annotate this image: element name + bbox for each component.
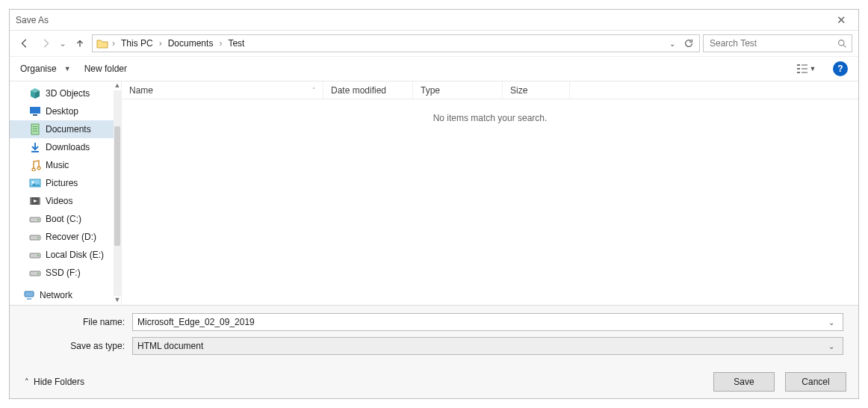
file-name-field[interactable]: Microsoft_Edge_02_09_2019 ⌄ xyxy=(132,313,843,331)
help-button[interactable]: ? xyxy=(833,61,848,76)
svg-rect-13 xyxy=(31,151,39,152)
drive-icon xyxy=(29,249,41,261)
chevron-down-icon: ▼ xyxy=(64,65,71,72)
search-input[interactable] xyxy=(708,37,833,49)
tree-item-label: Pictures xyxy=(46,178,78,188)
address-bar[interactable]: › This PC › Documents › Test ⌄ xyxy=(92,34,700,52)
scroll-down-icon[interactable]: ▼ xyxy=(114,296,121,305)
svg-point-24 xyxy=(37,255,39,256)
svg-rect-5 xyxy=(797,72,800,73)
new-folder-label: New folder xyxy=(84,64,127,74)
pictures-icon xyxy=(29,177,41,189)
breadcrumb-this-pc[interactable]: This PC xyxy=(118,37,156,50)
tree-item-label: Music xyxy=(46,160,69,170)
column-date[interactable]: Date modified xyxy=(323,81,413,99)
chevron-right-icon: › xyxy=(111,38,117,49)
forward-button[interactable] xyxy=(37,34,55,52)
tree-scrollbar[interactable]: ▲ ▼ xyxy=(114,81,121,305)
tree-item-label: Videos xyxy=(46,196,72,206)
save-as-dialog: Save As ✕ ⌄ › This PC › Documents › Test… xyxy=(9,9,859,399)
new-folder-button[interactable]: New folder xyxy=(84,64,127,74)
view-options-button[interactable]: ▼ xyxy=(793,61,819,77)
tree-item[interactable]: Boot (C:) xyxy=(10,210,121,228)
svg-rect-11 xyxy=(33,129,37,129)
up-button[interactable] xyxy=(71,34,89,52)
svg-point-22 xyxy=(37,237,39,238)
save-button[interactable]: Save xyxy=(713,372,775,392)
nav-tree: 3D ObjectsDesktopDocumentsDownloadsMusic… xyxy=(10,81,122,305)
save-type-value: HTML document xyxy=(137,341,825,351)
refresh-button[interactable] xyxy=(681,36,696,51)
tree-item-label: Network xyxy=(40,290,72,300)
download-icon xyxy=(29,141,41,153)
tree-item[interactable]: Recover (D:) xyxy=(10,228,121,246)
column-type[interactable]: Type xyxy=(413,81,503,99)
tree-item[interactable]: Local Disk (E:) xyxy=(10,246,121,264)
svg-rect-18 xyxy=(39,197,40,205)
scroll-thumb[interactable] xyxy=(114,126,120,246)
cube-icon xyxy=(29,87,41,99)
tree-item-label: Recover (D:) xyxy=(46,232,96,242)
drive-icon xyxy=(29,267,41,279)
tree-item[interactable]: Pictures xyxy=(10,174,121,192)
videos-icon xyxy=(29,195,41,207)
svg-rect-7 xyxy=(30,107,40,114)
search-icon[interactable] xyxy=(837,39,847,49)
column-size[interactable]: Size xyxy=(503,81,570,99)
chevron-down-icon[interactable]: ⌄ xyxy=(825,318,838,327)
file-name-value: Microsoft_Edge_02_09_2019 xyxy=(137,317,825,327)
tree-item[interactable]: SSD (F:) xyxy=(10,264,121,282)
tree-item-label: Local Disk (E:) xyxy=(46,250,104,260)
cancel-button[interactable]: Cancel xyxy=(785,372,846,392)
tree-item[interactable]: Documents xyxy=(10,120,121,138)
tree-item[interactable]: Music xyxy=(10,156,121,174)
tree-item[interactable]: Downloads xyxy=(10,138,121,156)
chevron-up-icon: ˄ xyxy=(25,377,29,387)
empty-message: No items match your search. xyxy=(122,99,858,305)
svg-rect-1 xyxy=(797,64,800,66)
svg-rect-2 xyxy=(802,64,807,66)
navbar: ⌄ › This PC › Documents › Test ⌄ xyxy=(10,31,858,56)
tree-item[interactable]: Videos xyxy=(10,192,121,210)
address-dropdown[interactable]: ⌄ xyxy=(665,36,680,51)
svg-rect-17 xyxy=(30,197,31,205)
tree-item-label: Boot (C:) xyxy=(46,214,81,224)
organise-label: Organise xyxy=(20,64,57,74)
chevron-right-icon: › xyxy=(158,38,164,49)
chevron-right-icon: › xyxy=(217,38,223,49)
file-list: Name ˄ Date modified Type Size No items … xyxy=(122,81,858,305)
hide-folders-label: Hide Folders xyxy=(34,377,84,387)
breadcrumb-documents[interactable]: Documents xyxy=(165,37,217,50)
back-button[interactable] xyxy=(16,34,34,52)
tree-item-label: SSD (F:) xyxy=(46,268,81,278)
window-title: Save As xyxy=(16,15,830,25)
column-name[interactable]: Name ˄ xyxy=(122,81,323,99)
hide-folders-button[interactable]: ˄ Hide Folders xyxy=(25,377,84,387)
file-name-label: File name: xyxy=(55,317,125,327)
search-box[interactable] xyxy=(703,34,852,52)
recent-locations-dropdown[interactable]: ⌄ xyxy=(58,38,68,49)
sort-indicator-icon: ˄ xyxy=(312,87,315,93)
dialog-body: 3D ObjectsDesktopDocumentsDownloadsMusic… xyxy=(10,81,858,306)
organise-button[interactable]: Organise ▼ xyxy=(20,64,71,74)
tree-item-label: Downloads xyxy=(46,142,90,152)
svg-point-0 xyxy=(839,40,844,45)
form-area: File name: Microsoft_Edge_02_09_2019 ⌄ S… xyxy=(10,306,858,365)
tree-item[interactable]: 3D Objects xyxy=(10,84,121,102)
save-type-field[interactable]: HTML document ⌄ xyxy=(132,337,843,355)
svg-rect-12 xyxy=(33,131,37,132)
svg-point-26 xyxy=(37,273,39,274)
save-type-label: Save as type: xyxy=(55,341,125,351)
music-icon xyxy=(29,159,41,171)
chevron-down-icon[interactable]: ⌄ xyxy=(825,342,838,350)
footer: ˄ Hide Folders Save Cancel xyxy=(10,365,858,398)
svg-rect-27 xyxy=(25,291,34,297)
close-icon[interactable]: ✕ xyxy=(830,13,852,27)
breadcrumb-test[interactable]: Test xyxy=(225,37,247,50)
svg-point-20 xyxy=(37,219,39,220)
tree-item-label: 3D Objects xyxy=(46,88,90,99)
tree-item-network[interactable]: Network xyxy=(10,286,121,304)
drive-icon xyxy=(29,213,41,225)
scroll-up-icon[interactable]: ▲ xyxy=(114,81,121,90)
tree-item[interactable]: Desktop xyxy=(10,102,121,120)
